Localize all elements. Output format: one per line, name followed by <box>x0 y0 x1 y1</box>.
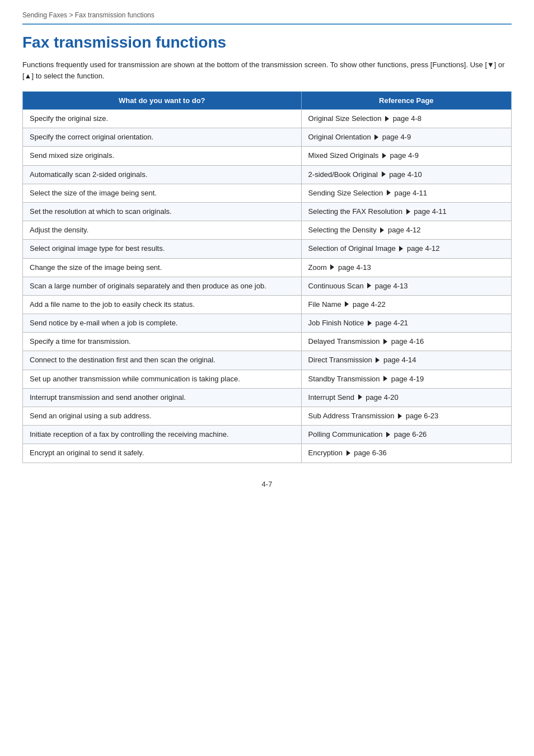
ref-cell: Direct Transmission page 4-14 <box>301 351 511 370</box>
ref-name: Standby Transmission <box>308 375 382 383</box>
ref-cell: Standby Transmission page 4-19 <box>301 370 511 388</box>
ref-cell: Encryption page 6-36 <box>301 444 511 463</box>
ref-name: Polling Communication <box>308 430 385 438</box>
table-row: Select the size of the image being sent.… <box>23 184 512 202</box>
ref-cell: Mixed Sized Originals page 4-9 <box>301 147 511 165</box>
arrow-icon <box>386 432 390 437</box>
table-row: Encrypt an original to send it safely.En… <box>23 444 512 463</box>
arrow-icon <box>406 209 410 214</box>
action-cell: Change the size of the image being sent. <box>23 258 302 277</box>
table-row: Set the resolution at which to scan orig… <box>23 202 512 221</box>
ref-cell: Selecting the Density page 4-12 <box>301 221 511 240</box>
action-cell: Select original image type for best resu… <box>23 240 302 258</box>
table-row: Initiate reception of a fax by controlli… <box>23 426 512 444</box>
ref-name: Sending Size Selection <box>308 189 385 197</box>
ref-page: page 4-16 <box>389 337 424 346</box>
action-cell: Encrypt an original to send it safely. <box>23 444 302 463</box>
ref-cell: Sub Address Transmission page 6-23 <box>301 407 511 426</box>
ref-name: Interrupt Send <box>308 393 357 402</box>
table-row: Send an original using a sub address.Sub… <box>23 407 512 426</box>
arrow-icon <box>382 171 386 177</box>
action-cell: Interrupt transmission and send another … <box>23 388 302 407</box>
table-row: Interrupt transmission and send another … <box>23 388 512 407</box>
ref-cell: Continuous Scan page 4-13 <box>301 277 511 295</box>
table-row: Send notice by e-mail when a job is comp… <box>23 314 512 333</box>
table-row: Select original image type for best resu… <box>23 240 512 258</box>
action-cell: Specify the correct original orientation… <box>23 128 302 147</box>
arrow-icon <box>380 227 384 233</box>
page-title: Fax transmission functions <box>22 34 512 52</box>
ref-page: page 4-12 <box>386 226 420 234</box>
action-cell: Set up another transmission while commun… <box>23 370 302 388</box>
ref-name: Continuous Scan <box>308 282 366 290</box>
intro-text: Functions frequently used for transmissi… <box>22 59 512 81</box>
table-row: Scan a large number of originals separat… <box>23 277 512 295</box>
table-row: Specify the original size.Original Size … <box>23 110 512 128</box>
action-cell: Scan a large number of originals separat… <box>23 277 302 295</box>
arrow-icon <box>383 339 387 344</box>
ref-page: page 4-9 <box>388 151 419 160</box>
arrow-icon <box>376 357 380 363</box>
ref-name: Encryption <box>308 449 345 457</box>
ref-name: Delayed Transmission <box>308 337 382 346</box>
ref-name: Selecting the FAX Resolution <box>308 207 405 216</box>
ref-cell: Selecting the FAX Resolution page 4-11 <box>301 202 511 221</box>
ref-cell: Zoom page 4-13 <box>301 258 511 277</box>
ref-page: page 4-19 <box>389 375 424 383</box>
action-cell: Specify the original size. <box>23 110 302 128</box>
ref-page: page 4-12 <box>405 244 439 253</box>
page-number: 4-7 <box>22 480 512 488</box>
ref-name: Sub Address Transmission <box>308 412 397 420</box>
ref-cell: Sending Size Selection page 4-11 <box>301 184 511 202</box>
action-cell: Set the resolution at which to scan orig… <box>23 202 302 221</box>
ref-page: page 4-21 <box>373 319 408 327</box>
arrow-icon <box>367 283 371 288</box>
ref-page: page 6-36 <box>352 449 387 457</box>
ref-cell: Selection of Original Image page 4-12 <box>301 240 511 258</box>
ref-name: File Name <box>308 300 344 309</box>
ref-name: Selection of Original Image <box>308 244 398 253</box>
table-row: Specify the correct original orientation… <box>23 128 512 147</box>
ref-page: page 4-10 <box>387 170 422 179</box>
ref-page: page 4-14 <box>381 356 416 364</box>
ref-cell: 2-sided/Book Original page 4-10 <box>301 165 511 184</box>
ref-page: page 4-11 <box>392 189 427 197</box>
action-cell: Specify a time for transmission. <box>23 333 302 351</box>
action-cell: Adjust the density. <box>23 221 302 240</box>
table-row: Send mixed size originals.Mixed Sized Or… <box>23 147 512 165</box>
table-row: Add a file name to the job to easily che… <box>23 295 512 314</box>
col-action-header: What do you want to do? <box>23 92 302 110</box>
table-row: Automatically scan 2-sided originals.2-s… <box>23 165 512 184</box>
action-cell: Send mixed size originals. <box>23 147 302 165</box>
action-cell: Send notice by e-mail when a job is comp… <box>23 314 302 333</box>
ref-page: page 6-26 <box>392 430 427 438</box>
ref-name: Original Orientation <box>308 133 373 141</box>
ref-name: Zoom <box>308 263 329 272</box>
arrow-icon <box>374 134 378 140</box>
arrow-icon <box>346 450 350 456</box>
ref-cell: Original Size Selection page 4-8 <box>301 110 511 128</box>
ref-page: page 4-11 <box>412 207 447 216</box>
action-cell: Select the size of the image being sent. <box>23 184 302 202</box>
table-row: Connect to the destination first and the… <box>23 351 512 370</box>
ref-page: page 4-9 <box>380 133 411 141</box>
action-cell: Add a file name to the job to easily che… <box>23 295 302 314</box>
table-row: Adjust the density.Selecting the Density… <box>23 221 512 240</box>
col-ref-header: Reference Page <box>301 92 511 110</box>
arrow-icon <box>330 264 334 270</box>
ref-cell: File Name page 4-22 <box>301 295 511 314</box>
ref-cell: Interrupt Send page 4-20 <box>301 388 511 407</box>
action-cell: Send an original using a sub address. <box>23 407 302 426</box>
arrow-icon <box>398 413 402 419</box>
ref-cell: Delayed Transmission page 4-16 <box>301 333 511 351</box>
ref-name: Selecting the Density <box>308 226 379 234</box>
ref-page: page 4-13 <box>336 263 371 272</box>
ref-name: Mixed Sized Originals <box>308 151 381 160</box>
ref-cell: Polling Communication page 6-26 <box>301 426 511 444</box>
breadcrumb: Sending Faxes > Fax transmission functio… <box>22 11 512 25</box>
action-cell: Initiate reception of a fax by controlli… <box>23 426 302 444</box>
arrow-icon <box>385 116 389 122</box>
arrow-icon <box>345 301 349 307</box>
action-cell: Automatically scan 2-sided originals. <box>23 165 302 184</box>
ref-page: page 4-22 <box>350 300 385 309</box>
